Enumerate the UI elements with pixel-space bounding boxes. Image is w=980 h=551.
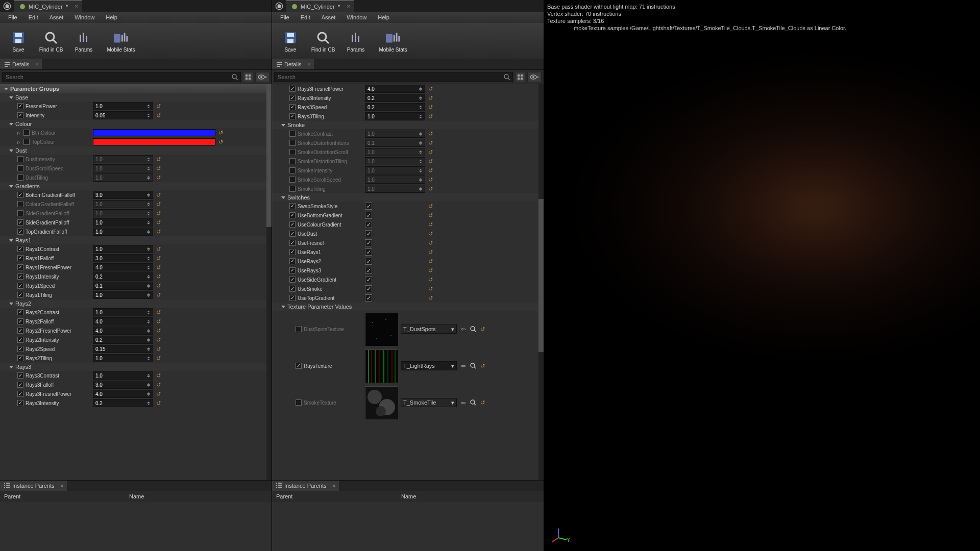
spinner-buttons[interactable] (419, 104, 424, 111)
override-checkbox[interactable] (289, 86, 296, 92)
instance-parents-tab[interactable]: Instance Parents × (0, 481, 67, 491)
color-swatch[interactable] (93, 138, 215, 145)
spinner-buttons[interactable] (147, 372, 152, 379)
number-field[interactable]: 4.0 (93, 327, 153, 335)
spinner-buttons[interactable] (147, 336, 152, 343)
reset-to-default-icon[interactable]: ↺ (155, 346, 161, 352)
override-checkbox[interactable] (17, 309, 23, 315)
spinner-buttons[interactable] (419, 85, 424, 92)
number-field[interactable]: 1.0 (93, 308, 153, 316)
override-checkbox[interactable] (17, 255, 23, 261)
bool-checkbox[interactable] (365, 267, 372, 274)
override-checkbox[interactable] (289, 286, 296, 292)
menu-help[interactable]: Help (373, 13, 395, 21)
number-field[interactable]: 1.0 (93, 200, 153, 208)
number-field[interactable]: 0.2 (93, 272, 153, 281)
find-in-cb-button[interactable]: Find in CB (35, 25, 67, 57)
bool-checkbox[interactable] (365, 212, 372, 219)
number-field[interactable]: 1.0 (365, 157, 425, 165)
override-checkbox[interactable] (17, 391, 23, 397)
details-tab[interactable]: Details × (0, 59, 42, 69)
reset-to-default-icon[interactable]: ↺ (427, 113, 433, 119)
bool-checkbox[interactable] (365, 230, 372, 237)
reset-to-default-icon[interactable]: ↺ (427, 286, 433, 292)
spinner-buttons[interactable] (419, 185, 424, 192)
reset-to-default-icon[interactable]: ↺ (155, 283, 161, 289)
spinner-buttons[interactable] (147, 165, 152, 172)
number-field[interactable]: 0.1 (365, 139, 425, 147)
save-button[interactable]: Save (2, 25, 35, 57)
bool-checkbox[interactable] (365, 285, 372, 292)
reset-to-default-icon[interactable]: ↺ (155, 391, 161, 397)
view-options-button[interactable] (255, 72, 270, 82)
override-checkbox[interactable] (289, 113, 296, 119)
asset-dropdown[interactable]: T_SmokeTile▾ (401, 398, 457, 407)
color-swatch[interactable] (93, 129, 215, 136)
number-field[interactable]: 0.1 (93, 282, 153, 290)
property-matrix-button[interactable] (515, 72, 525, 82)
bool-checkbox[interactable] (365, 221, 372, 228)
override-checkbox[interactable] (17, 273, 23, 280)
reset-to-default-icon[interactable]: ↺ (155, 201, 161, 207)
reset-to-default-icon[interactable]: ↺ (427, 140, 433, 146)
param-group-header[interactable]: Colour (0, 120, 272, 128)
spinner-buttons[interactable] (419, 176, 424, 183)
reset-to-default-icon[interactable]: ↺ (427, 95, 433, 101)
close-icon[interactable]: × (35, 61, 38, 67)
menu-asset[interactable]: Asset (316, 13, 341, 21)
reset-to-default-icon[interactable]: ↺ (155, 273, 161, 280)
spinner-buttons[interactable] (419, 94, 424, 102)
number-field[interactable]: 1.0 (93, 228, 153, 236)
spinner-buttons[interactable] (147, 112, 152, 119)
override-checkbox[interactable] (289, 277, 296, 283)
menu-file[interactable]: File (275, 13, 295, 21)
spinner-buttons[interactable] (419, 148, 424, 156)
override-checkbox[interactable] (289, 95, 296, 101)
spinner-buttons[interactable] (147, 245, 152, 253)
menu-help[interactable]: Help (101, 13, 122, 21)
override-checkbox[interactable] (17, 283, 23, 289)
column-parent[interactable]: Parent (272, 493, 397, 499)
scrollbar-thumb[interactable] (538, 199, 544, 352)
spinner-buttons[interactable] (147, 191, 152, 198)
reset-to-default-icon[interactable]: ↺ (427, 231, 433, 237)
close-icon[interactable]: × (347, 3, 350, 9)
spinner-buttons[interactable] (147, 327, 152, 334)
number-field[interactable]: 4.0 (93, 263, 153, 271)
texture-thumbnail[interactable] (365, 349, 398, 382)
number-field[interactable]: 3.0 (93, 381, 153, 389)
override-checkbox[interactable] (296, 363, 302, 369)
number-field[interactable]: 1.0 (93, 354, 153, 362)
browse-asset-icon[interactable] (469, 398, 477, 407)
params-button[interactable]: Params (339, 25, 372, 57)
reset-to-default-icon[interactable]: ↺ (155, 165, 161, 171)
expand-arrow-icon[interactable]: ▹ (17, 130, 21, 136)
instance-parents-tab[interactable]: Instance Parents × (272, 481, 339, 491)
override-checkbox[interactable] (17, 219, 23, 226)
spinner-buttons[interactable] (147, 103, 152, 110)
number-field[interactable]: 1.0 (365, 185, 425, 193)
spinner-buttons[interactable] (419, 113, 424, 120)
override-checkbox[interactable] (17, 328, 23, 334)
override-checkbox[interactable] (17, 201, 23, 207)
override-checkbox[interactable] (17, 103, 23, 109)
number-field[interactable]: 1.0 (93, 173, 153, 182)
override-checkbox[interactable] (17, 229, 23, 235)
override-checkbox[interactable] (17, 264, 23, 270)
spinner-buttons[interactable] (419, 158, 424, 165)
use-selected-asset-icon[interactable]: ⇦ (459, 362, 467, 370)
save-button[interactable]: Save (274, 25, 307, 57)
override-checkbox[interactable] (296, 399, 302, 406)
override-checkbox[interactable] (289, 158, 296, 164)
override-checkbox[interactable] (17, 382, 23, 388)
search-input[interactable] (6, 74, 237, 80)
param-group-header[interactable]: Smoke (272, 121, 544, 129)
texture-thumbnail[interactable] (365, 313, 398, 345)
close-icon[interactable]: × (332, 483, 335, 489)
reset-to-default-icon[interactable]: ↺ (155, 400, 161, 406)
number-field[interactable]: 0.15 (93, 345, 153, 353)
reset-to-default-icon[interactable]: ↺ (155, 309, 161, 315)
reset-to-default-icon[interactable]: ↺ (427, 203, 433, 209)
number-field[interactable]: 1.0 (93, 209, 153, 217)
browse-asset-icon[interactable] (469, 362, 477, 370)
